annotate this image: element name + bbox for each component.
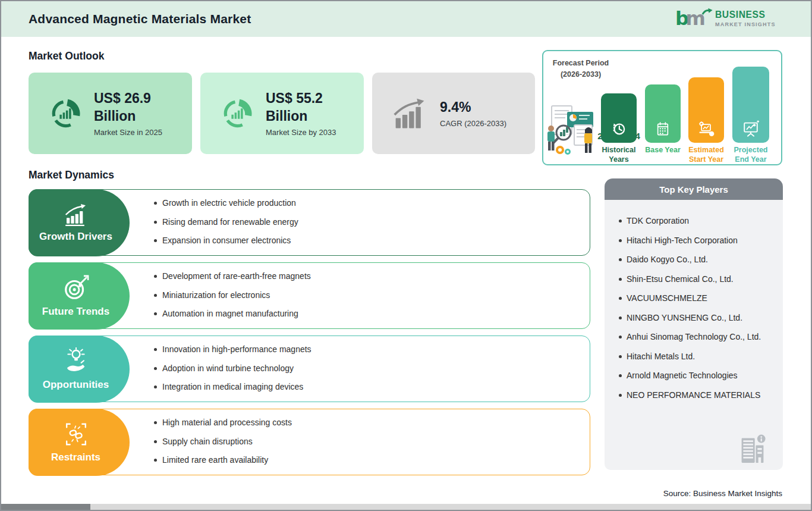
growth-drivers-row: Growth Drivers Growth in electric vehicl… bbox=[29, 189, 590, 256]
forecast-bar bbox=[732, 67, 769, 143]
opportunities-label: Opportunities bbox=[43, 379, 109, 391]
calendar-icon bbox=[654, 121, 671, 137]
market-dynamics-heading: Market Dynamics bbox=[29, 169, 114, 181]
key-player-item: Hitachi Metals Ltd. bbox=[619, 352, 777, 361]
opportunities-pill: Opportunities bbox=[29, 336, 130, 403]
key-player-item: VACUUMSCHMELZE bbox=[619, 293, 777, 303]
opportunities-bullets: Innovation in high-performance magnets A… bbox=[154, 344, 311, 401]
market-outlook-cards: US$ 26.9 Billion Market Size in 2025 US$… bbox=[29, 73, 535, 154]
restraints-row: Restraints High material and processing … bbox=[29, 409, 590, 475]
future-trends-bullets: Development of rare-earth-free magnets M… bbox=[154, 271, 311, 328]
bullet-item: Limited rare earth availability bbox=[154, 455, 292, 465]
bullet-item: Expansion in consumer electronics bbox=[154, 236, 298, 245]
bullet-item: Miniaturization for electronics bbox=[154, 290, 311, 300]
market-size-2025-unit: Billion bbox=[94, 108, 162, 126]
logo-line2: MARKET INSIGHTS bbox=[715, 21, 776, 27]
donut-chart-icon bbox=[49, 97, 82, 130]
rising-bars-arrow-icon bbox=[392, 98, 428, 130]
market-size-2025-label: Market Size in 2025 bbox=[94, 128, 162, 137]
market-size-2025-card: US$ 26.9 Billion Market Size in 2025 bbox=[29, 73, 192, 154]
forecast-period-title: Forecast Period (2026-2033) bbox=[548, 58, 613, 81]
key-player-item: NINGBO YUNSHENG Co., Ltd. bbox=[619, 313, 777, 322]
growth-drivers-bullets: Growth in electric vehicle production Ri… bbox=[154, 198, 298, 255]
key-players-list: TDK Corporation Hitachi High-Tech Corpor… bbox=[619, 216, 777, 400]
key-player-item: Shin-Etsu Chemical Co., Ltd. bbox=[619, 274, 777, 284]
company-building-icon bbox=[739, 433, 766, 465]
bullet-item: Adoption in wind turbine technology bbox=[154, 363, 311, 373]
bmi-logo: b m BUSINESS MARKET INSIGHTS bbox=[675, 4, 783, 34]
growth-drivers-label: Growth Drivers bbox=[39, 231, 112, 243]
source-attribution: Source: Business Market Insights bbox=[663, 489, 782, 498]
bmi-logo-graphic: b m BUSINESS MARKET INSIGHTS bbox=[675, 4, 783, 34]
svg-text:m: m bbox=[685, 7, 705, 30]
bullet-item: Rising demand for renewable energy bbox=[154, 217, 298, 227]
logo-line1: BUSINESS bbox=[715, 10, 766, 20]
key-player-item: Hitachi High-Tech Corporation bbox=[619, 236, 777, 245]
forecast-bar bbox=[688, 77, 724, 143]
analysts-illustration bbox=[546, 100, 603, 161]
market-size-2033-card: US$ 55.2 Billion Market Size by 2033 bbox=[200, 73, 364, 154]
forecast-bar bbox=[645, 84, 681, 143]
key-player-item: TDK Corporation bbox=[619, 216, 777, 225]
market-size-2033-unit: Billion bbox=[266, 108, 336, 126]
future-trends-pill: Future Trends bbox=[29, 262, 130, 330]
bullet-item: Innovation in high-performance magnets bbox=[154, 344, 311, 354]
bullet-item: Development of rare-earth-free magnets bbox=[154, 271, 311, 281]
market-size-2033-label: Market Size by 2033 bbox=[266, 128, 336, 137]
forecast-axis-label: Historical Years bbox=[599, 146, 639, 164]
forecast-axis-label: Base Year bbox=[643, 146, 683, 155]
broken-chain-icon bbox=[63, 421, 89, 447]
forecast-period-title-line1: Forecast Period bbox=[548, 58, 613, 69]
key-players-panel: Top Key Players TDK Corporation Hitachi … bbox=[605, 178, 783, 470]
forecast-laptop-gear-icon bbox=[697, 121, 716, 137]
key-player-item: Arnold Magnetic Technologies bbox=[619, 371, 777, 380]
cagr-label: CAGR (2026-2033) bbox=[440, 119, 506, 128]
key-player-item: NEO PERFORMANCE MATERIALS bbox=[619, 390, 777, 400]
future-trends-row: Future Trends Development of rare-earth-… bbox=[29, 262, 590, 329]
donut-chart-icon bbox=[221, 97, 254, 130]
restraints-label: Restraints bbox=[51, 452, 100, 463]
history-clock-icon bbox=[610, 121, 627, 137]
target-dart-icon bbox=[62, 274, 90, 302]
cagr-card: 9.4% CAGR (2026-2033) bbox=[372, 73, 535, 154]
market-size-2033-value: US$ 55.2 bbox=[266, 90, 336, 108]
forecast-bar bbox=[601, 93, 637, 143]
bullet-item: Supply chain disruptions bbox=[154, 437, 292, 446]
page-title: Advanced Magnetic Materials Market bbox=[29, 12, 251, 26]
bullet-item: Growth in electric vehicle production bbox=[154, 198, 298, 208]
key-player-item: Daido Kogyo Co., Ltd. bbox=[619, 255, 777, 264]
horizontal-scrollbar[interactable] bbox=[1, 504, 811, 510]
forecast-period-panel: Forecast Period (2026-2033) bbox=[542, 50, 782, 165]
header-bar: Advanced Magnetic Materials Market b m B… bbox=[1, 1, 811, 37]
market-size-2025-value: US$ 26.9 bbox=[94, 90, 162, 108]
forecast-axis-label: Estimated Start Year bbox=[686, 146, 726, 164]
opportunities-row: Opportunities Innovation in high-perform… bbox=[29, 336, 590, 402]
presentation-screen-icon bbox=[742, 120, 760, 137]
market-outlook-heading: Market Outlook bbox=[29, 50, 104, 62]
forecast-axis-label: Projected End Year bbox=[731, 146, 771, 164]
cagr-value: 9.4% bbox=[440, 99, 506, 117]
restraints-bullets: High material and processing costs Suppl… bbox=[154, 418, 292, 474]
growth-chart-arrow-icon bbox=[63, 203, 89, 227]
bullet-item: Integration in medical imaging devices bbox=[154, 382, 311, 391]
restraints-pill: Restraints bbox=[29, 409, 130, 476]
forecast-period-title-line2: (2026-2033) bbox=[548, 69, 613, 80]
growth-drivers-pill: Growth Drivers bbox=[29, 189, 130, 256]
key-players-body: TDK Corporation Hitachi High-Tech Corpor… bbox=[605, 200, 783, 470]
key-players-header: Top Key Players bbox=[605, 178, 783, 200]
bullet-item: Automation in magnet manufacturing bbox=[154, 309, 311, 318]
bullet-item: High material and processing costs bbox=[154, 418, 292, 427]
key-player-item: Anhui Sinomag Technology Co., Ltd. bbox=[619, 332, 777, 341]
future-trends-label: Future Trends bbox=[42, 306, 109, 318]
scrollbar-thumb[interactable] bbox=[1, 504, 90, 510]
lightbulb-hand-icon bbox=[62, 347, 90, 375]
